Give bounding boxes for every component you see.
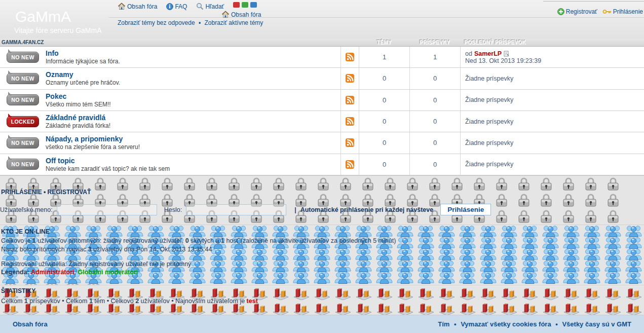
rss-feed-button[interactable] bbox=[340, 90, 359, 110]
users-icon bbox=[582, 248, 602, 260]
forum-description: Všetko mimo tém SEM!! bbox=[46, 101, 340, 108]
users-icon bbox=[291, 260, 312, 272]
footer-team-link[interactable]: Tím bbox=[438, 320, 449, 328]
nav-active-label: Zobraziť aktívne témy bbox=[204, 19, 263, 26]
autologin-label[interactable]: Automatické prihlásenie pri každej návšt… bbox=[300, 206, 434, 213]
users-icon bbox=[436, 237, 457, 248]
users-icon bbox=[208, 272, 229, 283]
rss-feed-button[interactable] bbox=[340, 132, 359, 153]
lock-icon bbox=[245, 176, 268, 192]
rss-feed-button[interactable] bbox=[340, 111, 359, 132]
key-icon bbox=[602, 9, 612, 15]
rss-feed-button[interactable] bbox=[340, 154, 359, 175]
users-icon bbox=[561, 248, 582, 260]
users-icon bbox=[540, 225, 561, 237]
lock-icon bbox=[580, 192, 602, 208]
legend-moderators-link[interactable]: Globálni moderátori bbox=[78, 269, 138, 276]
nav-login[interactable]: Prihlásenie bbox=[602, 8, 643, 15]
forum-title-link[interactable]: Pokec bbox=[46, 92, 340, 100]
nav-search[interactable]: Hľadať bbox=[196, 3, 224, 10]
column-posts: PRÍSPEVKY bbox=[409, 40, 460, 45]
nav-unanswered-label: Zobraziť témy bez odpovede bbox=[118, 19, 195, 26]
users-icon bbox=[145, 225, 166, 237]
users-icon bbox=[374, 272, 395, 283]
nav-unanswered-topics[interactable]: Zobraziť témy bez odpovede bbox=[118, 19, 195, 26]
bar-chart-icon bbox=[540, 285, 561, 301]
lock-icon bbox=[557, 208, 580, 225]
users-icon bbox=[561, 272, 582, 283]
posts-count: 1 bbox=[433, 53, 437, 61]
site-header: GaMmA Vitajte fóre serveru GaMmA Obsah f… bbox=[0, 0, 644, 39]
red-square-button[interactable] bbox=[233, 2, 240, 8]
users-icon bbox=[540, 248, 561, 260]
login-submit-button[interactable]: Prihlásenie bbox=[440, 204, 491, 215]
forum-description: Základné pravidlá fórka! bbox=[46, 122, 340, 129]
users-icon bbox=[436, 260, 457, 272]
forum-title-link[interactable]: Nápady, a pripomienky bbox=[46, 135, 340, 143]
goto-last-post-icon[interactable] bbox=[504, 51, 509, 57]
nav-board-index[interactable]: Obsah fóra bbox=[118, 3, 157, 10]
no-posts-label: Žiadne príspevky bbox=[465, 96, 644, 103]
users-icon bbox=[291, 248, 312, 260]
rss-feed-button[interactable] bbox=[340, 68, 359, 89]
username-label: Užívateľské meno: bbox=[0, 206, 53, 213]
users-icon bbox=[415, 260, 436, 272]
forum-title-link[interactable]: Oznamy bbox=[46, 70, 340, 79]
bar-chart-icon bbox=[602, 285, 623, 301]
bar-chart-icon bbox=[291, 301, 312, 315]
lock-icon bbox=[490, 192, 513, 208]
nav-register-label: Registrovať bbox=[566, 8, 597, 15]
bar-chart-icon bbox=[623, 301, 644, 315]
lock-icon bbox=[580, 176, 602, 192]
legend-administrators-link[interactable]: Administrátori bbox=[31, 269, 74, 276]
users-icon bbox=[602, 237, 623, 248]
lower-panels: PRIHLÁSENIE • REGISTROVAŤ Užívateľské me… bbox=[0, 175, 644, 315]
users-icon bbox=[519, 248, 540, 260]
nav-active-topics[interactable]: Zobraziť aktívne témy bbox=[204, 19, 263, 26]
users-icon bbox=[104, 225, 125, 237]
password-input[interactable] bbox=[186, 204, 286, 215]
forum-table-header: GAMMA.4FAN.CZ TÉMY PRÍSPEVKY POSLEDNÝ PR… bbox=[0, 39, 644, 47]
last-post-username[interactable]: SamerLP bbox=[474, 50, 502, 57]
users-icon bbox=[353, 272, 374, 283]
nav-faq[interactable]: FAQ bbox=[166, 3, 187, 10]
forum-title-link[interactable]: Základné pravidlá bbox=[46, 114, 340, 122]
site-subtitle: Vitajte fóre serveru GaMmA bbox=[14, 26, 101, 34]
username-input[interactable] bbox=[57, 204, 157, 215]
users-icon bbox=[623, 248, 644, 260]
users-icon bbox=[187, 225, 208, 237]
rss-feed-button[interactable] bbox=[340, 47, 359, 67]
stats-text: Celkom bbox=[1, 298, 22, 305]
users-icon bbox=[166, 225, 187, 237]
blue-square-button[interactable] bbox=[250, 2, 257, 8]
forum-title-link[interactable]: Info bbox=[46, 49, 340, 57]
forum-title-link[interactable]: Off topic bbox=[46, 157, 340, 165]
users-icon bbox=[582, 225, 602, 237]
users-icon bbox=[623, 225, 644, 237]
forum-row-offtopic: NO NEW Off topic Neviete kam zaradiť váš… bbox=[0, 154, 644, 175]
stats-section-header: ŠTATISTIKY bbox=[1, 287, 35, 294]
online-text: skrytých a bbox=[191, 237, 219, 244]
register-header-link[interactable]: REGISTROVAŤ bbox=[48, 189, 91, 196]
nav-board-index-2[interactable]: Obsah fóra bbox=[221, 11, 261, 18]
users-icon bbox=[602, 248, 623, 260]
users-icon bbox=[270, 260, 291, 272]
stats-text: príspevkov • Celkom bbox=[29, 298, 87, 305]
users-icon bbox=[499, 248, 519, 260]
footer-delete-cookies-link[interactable]: Vymazať všetky cookies fóra bbox=[461, 320, 551, 328]
nav-register[interactable]: Registrovať bbox=[557, 8, 597, 15]
lock-icon bbox=[513, 192, 535, 208]
login-header-link[interactable]: PRIHLÁSENIE bbox=[1, 189, 42, 196]
posts-count: 0 bbox=[433, 139, 437, 146]
rss-icon bbox=[346, 53, 354, 61]
no-posts-label: Žiadne príspevky bbox=[465, 161, 644, 168]
users-icon bbox=[270, 225, 291, 237]
no-posts-label: Žiadne príspevky bbox=[465, 139, 644, 146]
green-square-button[interactable] bbox=[242, 2, 248, 8]
newest-user-link[interactable]: test bbox=[247, 298, 258, 305]
footer-board-index-link[interactable]: Obsah fóra bbox=[13, 320, 48, 328]
users-icon bbox=[208, 225, 229, 237]
users-icon bbox=[457, 248, 478, 260]
users-icon bbox=[519, 225, 540, 237]
forum-row-napady: NO NEW Nápady, a pripomienky všetko na z… bbox=[0, 132, 644, 154]
